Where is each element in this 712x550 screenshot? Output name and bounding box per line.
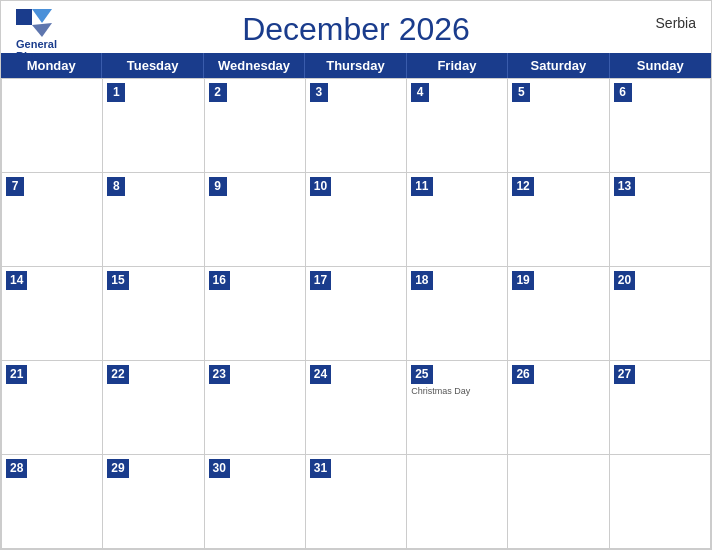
logo-blue-text: Blue: [16, 50, 57, 62]
cell-day-number: 22: [107, 365, 128, 384]
calendar-header: General Blue December 2026 Serbia: [1, 1, 711, 53]
calendar-grid: 1234567891011121314151617181920212223242…: [1, 78, 711, 549]
calendar-cell: 21: [2, 361, 103, 455]
calendar-cell: 20: [610, 267, 711, 361]
day-wednesday: Wednesday: [204, 53, 305, 78]
cell-day-number: 1: [107, 83, 125, 102]
calendar-cell: 29: [103, 455, 204, 549]
svg-rect-0: [16, 9, 32, 25]
calendar-cell: 5: [508, 79, 609, 173]
cell-day-number: 25: [411, 365, 432, 384]
cell-day-number: 17: [310, 271, 331, 290]
cell-day-number: 6: [614, 83, 632, 102]
logo-icon: [16, 9, 52, 37]
cell-day-number: 30: [209, 459, 230, 478]
cell-day-number: 19: [512, 271, 533, 290]
calendar-cell: 9: [205, 173, 306, 267]
cell-day-number: 3: [310, 83, 328, 102]
cell-day-number: 5: [512, 83, 530, 102]
cell-day-number: 4: [411, 83, 429, 102]
cell-day-number: 18: [411, 271, 432, 290]
cell-day-number: 24: [310, 365, 331, 384]
cell-day-number: 16: [209, 271, 230, 290]
calendar-cell: 16: [205, 267, 306, 361]
calendar-cell: 19: [508, 267, 609, 361]
cell-day-number: 12: [512, 177, 533, 196]
cell-day-number: 23: [209, 365, 230, 384]
calendar-cell: 13: [610, 173, 711, 267]
cell-day-number: 13: [614, 177, 635, 196]
cell-day-number: 21: [6, 365, 27, 384]
cell-day-number: 26: [512, 365, 533, 384]
country-label: Serbia: [656, 15, 696, 31]
month-title: December 2026: [242, 11, 470, 48]
calendar-cell: 26: [508, 361, 609, 455]
calendar-cell: 12: [508, 173, 609, 267]
svg-marker-1: [32, 9, 52, 23]
calendar-cell: 24: [306, 361, 407, 455]
calendar-cell: 14: [2, 267, 103, 361]
calendar-cell: 31: [306, 455, 407, 549]
calendar-cell: 1: [103, 79, 204, 173]
day-tuesday: Tuesday: [102, 53, 203, 78]
calendar-cell: 10: [306, 173, 407, 267]
calendar-cell: 6: [610, 79, 711, 173]
day-friday: Friday: [407, 53, 508, 78]
calendar-cell: 17: [306, 267, 407, 361]
calendar-cell: [610, 455, 711, 549]
calendar-cell: 25Christmas Day: [407, 361, 508, 455]
calendar-cell: 18: [407, 267, 508, 361]
cell-day-number: 7: [6, 177, 24, 196]
calendar-cell: 22: [103, 361, 204, 455]
logo: General Blue: [16, 9, 57, 62]
day-thursday: Thursday: [305, 53, 406, 78]
svg-marker-2: [32, 23, 52, 37]
calendar-cell: 30: [205, 455, 306, 549]
calendar-cell: 3: [306, 79, 407, 173]
cell-day-number: 27: [614, 365, 635, 384]
calendar-cell: 11: [407, 173, 508, 267]
calendar-cell: [407, 455, 508, 549]
calendar-cell: 2: [205, 79, 306, 173]
calendar-cell: 28: [2, 455, 103, 549]
cell-day-number: 2: [209, 83, 227, 102]
calendar-cell: 23: [205, 361, 306, 455]
cell-day-number: 15: [107, 271, 128, 290]
cell-day-number: 10: [310, 177, 331, 196]
cell-day-number: 31: [310, 459, 331, 478]
calendar-cell: 15: [103, 267, 204, 361]
calendar-container: General Blue December 2026 Serbia Monday…: [0, 0, 712, 550]
calendar-cell: [2, 79, 103, 173]
calendar-cell: [508, 455, 609, 549]
cell-day-number: 8: [107, 177, 125, 196]
cell-day-number: 28: [6, 459, 27, 478]
cell-day-number: 11: [411, 177, 432, 196]
cell-day-number: 14: [6, 271, 27, 290]
calendar-cell: 8: [103, 173, 204, 267]
cell-event: Christmas Day: [411, 386, 503, 397]
cell-day-number: 29: [107, 459, 128, 478]
day-saturday: Saturday: [508, 53, 609, 78]
calendar-cell: 7: [2, 173, 103, 267]
calendar-cell: 27: [610, 361, 711, 455]
days-header: Monday Tuesday Wednesday Thursday Friday…: [1, 53, 711, 78]
calendar-cell: 4: [407, 79, 508, 173]
cell-day-number: 9: [209, 177, 227, 196]
cell-day-number: 20: [614, 271, 635, 290]
logo-general: General: [16, 38, 57, 50]
day-sunday: Sunday: [610, 53, 711, 78]
